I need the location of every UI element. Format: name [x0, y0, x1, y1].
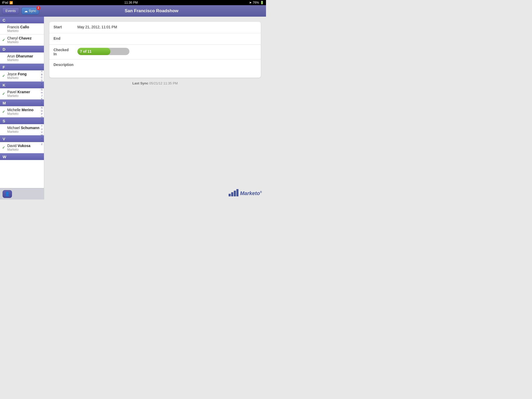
contact-company-chavez: Marketo [7, 40, 41, 44]
contact-item-kramer[interactable]: ✓ Pavel Kramer Marketo [0, 88, 44, 99]
progress-bar: 7 of 11 [77, 48, 129, 55]
contact-company-fong: Marketo [7, 76, 41, 80]
alphabet-index: A B C D E F G H J K L M N O P Q R S T U … [40, 17, 44, 200]
marketo-text: Marketo® [240, 190, 262, 196]
section-header-v: V [0, 135, 44, 142]
status-bar: iPad 📶 11:36 PM ➤ 76% 🔋 [0, 0, 266, 5]
battery-level: 76% [253, 1, 259, 4]
alpha-u[interactable]: U [41, 128, 43, 131]
events-button[interactable]: Events [2, 7, 19, 14]
contact-item-callo[interactable]: Francis Callo Marketo [0, 23, 44, 35]
cloud-upload-icon: ☁ [24, 9, 28, 13]
marketo-logo: Marketo® [229, 189, 262, 196]
alpha-r[interactable]: R [41, 119, 43, 122]
description-label: Description [49, 59, 75, 70]
contact-company-vukosa: Marketo [7, 148, 41, 151]
check-icon-chavez: ✓ [2, 38, 5, 42]
sync-badge: 2 [36, 6, 41, 10]
contact-item-vukosa[interactable]: ✓ David Vukosa Marketo [0, 142, 44, 153]
alpha-m[interactable]: M [40, 103, 43, 107]
marketo-registered: ® [260, 191, 262, 194]
contact-item-schumann[interactable]: Michael Schumann Marketo [0, 124, 44, 135]
alpha-x[interactable]: X [41, 137, 43, 140]
check-icon-fong: ✓ [2, 74, 5, 78]
wifi-icon: 📶 [9, 1, 13, 4]
bottom-bar: 👤 [0, 188, 44, 200]
add-person-button[interactable]: 👤 [3, 190, 12, 198]
contact-item-merino[interactable]: ✓ Michelle Merino Marketo [0, 106, 44, 117]
description-value [75, 59, 261, 78]
start-value: May 21, 2012, 11:01 PM [75, 22, 261, 32]
alpha-b[interactable]: B [41, 73, 43, 76]
status-left: iPad 📶 [2, 1, 13, 4]
checked-in-label: Checked In [49, 45, 75, 59]
alpha-d[interactable]: D [41, 79, 43, 82]
contact-company-merino: Marketo [7, 112, 41, 116]
detail-row-end: End [49, 33, 261, 45]
detail-card: Start May 21, 2012, 11:01 PM End Checked… [49, 22, 261, 78]
bar-2 [231, 192, 233, 196]
alpha-z[interactable]: Z [41, 143, 43, 146]
contact-item-chavez[interactable]: ✓ Cheryl Chavez Marketo [0, 35, 44, 46]
alpha-g[interactable]: G [40, 88, 43, 91]
alpha-w[interactable]: W [40, 134, 44, 137]
alpha-n[interactable]: N [41, 107, 43, 110]
sync-label: Sync [29, 9, 36, 13]
contact-item-dharumar[interactable]: Arun Dharumar Marketo [0, 52, 44, 64]
alpha-v[interactable]: V [41, 131, 43, 134]
alpha-a[interactable]: A [41, 70, 43, 73]
add-person-icon: 👤 [5, 191, 10, 196]
section-header-k: K [0, 82, 44, 88]
contact-list-panel: C Francis Callo Marketo ✓ Cheryl Chavez … [0, 17, 44, 200]
end-value [75, 33, 261, 39]
contact-item-fong[interactable]: ✓ Joyce Fong Marketo [0, 70, 44, 82]
alpha-l[interactable]: L [41, 101, 43, 104]
marketo-name: Marketo [240, 190, 260, 196]
bar-4 [236, 189, 238, 196]
alpha-q[interactable]: Q [40, 116, 43, 119]
progress-bar-text: 7 of 11 [80, 49, 91, 54]
bar-1 [229, 194, 231, 196]
location-icon: ➤ [249, 1, 252, 4]
bar-3 [234, 191, 236, 196]
contact-name-chavez: Cheryl Chavez [7, 36, 41, 40]
contact-name-kramer: Pavel Kramer [7, 90, 41, 94]
checked-in-value: 7 of 11 [75, 45, 261, 58]
alpha-e[interactable]: E [41, 82, 43, 85]
end-label: End [49, 33, 75, 44]
detail-row-checked-in: Checked In 7 of 11 [49, 45, 261, 59]
last-sync-value: 05/21/12 11:35 PM [149, 81, 178, 85]
alpha-h[interactable]: H [41, 91, 43, 95]
section-header-m: M [0, 99, 44, 106]
alpha-o[interactable]: O [40, 110, 43, 113]
sync-button[interactable]: ☁ Sync 2 [21, 7, 39, 15]
device-label: iPad [2, 1, 8, 4]
alpha-s[interactable]: S [41, 122, 43, 125]
alpha-y[interactable]: Y [41, 140, 43, 143]
contact-company-callo: Marketo [7, 29, 41, 33]
alpha-c[interactable]: C [41, 76, 43, 79]
contact-name-callo: Francis Callo [7, 25, 41, 29]
alpha-k[interactable]: K [41, 97, 43, 101]
check-icon-merino: ✓ [2, 110, 5, 114]
alpha-p[interactable]: P [41, 113, 43, 116]
contact-company-schumann: Marketo [7, 130, 41, 134]
status-right: ➤ 76% 🔋 [249, 1, 264, 4]
detail-row-description: Description [49, 59, 261, 78]
nav-title: San Francisco Roadshow [39, 8, 264, 14]
alpha-t[interactable]: T [41, 125, 43, 128]
detail-row-start: Start May 21, 2012, 11:01 PM [49, 22, 261, 33]
contact-name-schumann: Michael Schumann [7, 126, 41, 130]
section-header-w: W [0, 153, 44, 160]
section-header-s: S [0, 117, 44, 124]
section-header-d: D [0, 46, 44, 52]
check-icon-kramer: ✓ [2, 92, 5, 96]
detail-panel: Start May 21, 2012, 11:01 PM End Checked… [44, 17, 266, 200]
alpha-j[interactable]: J [41, 94, 43, 97]
contact-name-merino: Michelle Merino [7, 108, 41, 112]
start-label: Start [49, 22, 75, 32]
alpha-f[interactable]: F [41, 85, 43, 88]
contact-name-fong: Joyce Fong [7, 72, 41, 76]
last-sync-label: Last Sync [132, 81, 148, 85]
contact-company-kramer: Marketo [7, 94, 41, 98]
